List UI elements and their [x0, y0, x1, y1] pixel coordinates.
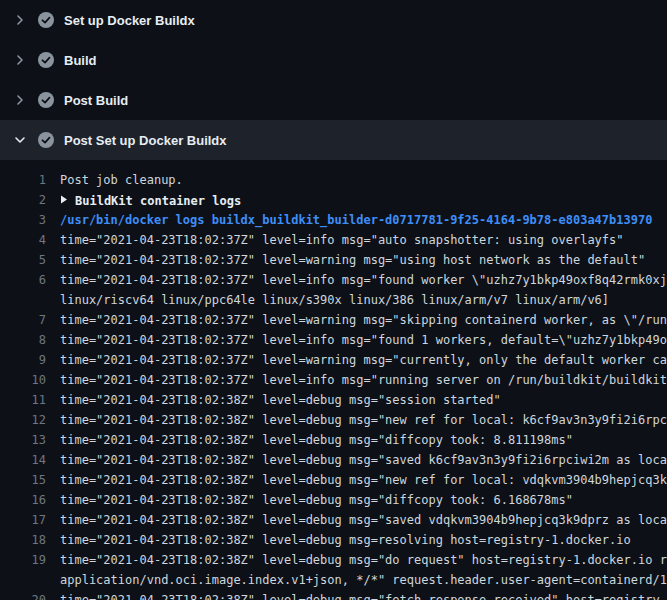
log-line-content: time="2021-04-23T18:02:37Z" level=info m…: [46, 230, 624, 250]
line-number[interactable]: [0, 290, 46, 310]
log-line-content: time="2021-04-23T18:02:38Z" level=debug …: [46, 430, 573, 450]
check-circle-icon: [38, 52, 54, 68]
log-text: time="2021-04-23T18:02:37Z" level=info m…: [60, 373, 667, 387]
log-line-content: time="2021-04-23T18:02:37Z" level=info m…: [46, 270, 667, 290]
check-circle-icon: [38, 92, 54, 108]
line-number[interactable]: 14: [0, 450, 46, 470]
line-number[interactable]: 8: [0, 330, 46, 350]
line-number[interactable]: 15: [0, 470, 46, 490]
step-section-header[interactable]: Post Set up Docker Buildx: [0, 120, 667, 160]
step-section-header[interactable]: Post Build: [0, 80, 667, 120]
line-number[interactable]: [0, 570, 46, 590]
log-text: time="2021-04-23T18:02:37Z" level=info m…: [60, 333, 667, 347]
line-number[interactable]: 13: [0, 430, 46, 450]
log-line: 7 time="2021-04-23T18:02:37Z" level=warn…: [0, 310, 667, 330]
step-sections: Set up Docker Buildx Build Post Build: [0, 0, 667, 160]
log-line[interactable]: 2 BuildKit container logs: [0, 190, 667, 210]
log-line: 17 time="2021-04-23T18:02:38Z" level=deb…: [0, 510, 667, 530]
log-line-content: time="2021-04-23T18:02:38Z" level=debug …: [46, 590, 667, 600]
expand-triangle-icon[interactable]: [60, 190, 68, 210]
chevron-down-icon: [12, 132, 28, 148]
step-section-header[interactable]: Build: [0, 40, 667, 80]
log-text: time="2021-04-23T18:02:38Z" level=debug …: [60, 493, 573, 507]
line-number[interactable]: 7: [0, 310, 46, 330]
log-line-content: application/vnd.oci.image.index.v1+json,…: [46, 570, 667, 590]
log-text: time="2021-04-23T18:02:38Z" level=debug …: [60, 433, 573, 447]
log-text: time="2021-04-23T18:02:38Z" level=debug …: [60, 553, 667, 567]
log-text: /usr/bin/docker logs buildx_buildkit_bui…: [60, 213, 652, 227]
log-text: time="2021-04-23T18:02:38Z" level=debug …: [60, 453, 667, 467]
log-line-content: Post job cleanup.: [46, 170, 183, 190]
line-number[interactable]: 17: [0, 510, 46, 530]
line-number[interactable]: 1: [0, 170, 46, 190]
log-line-content: time="2021-04-23T18:02:37Z" level=warnin…: [46, 250, 645, 270]
line-number[interactable]: 4: [0, 230, 46, 250]
step-section-label: Build: [64, 53, 97, 68]
log-text: application/vnd.oci.image.index.v1+json,…: [60, 573, 667, 587]
step-section-label: Post Build: [64, 93, 128, 108]
log-line: 16 time="2021-04-23T18:02:38Z" level=deb…: [0, 490, 667, 510]
line-number[interactable]: 5: [0, 250, 46, 270]
log-line: 3 /usr/bin/docker logs buildx_buildkit_b…: [0, 210, 667, 230]
line-number[interactable]: 10: [0, 370, 46, 390]
log-line-content: time="2021-04-23T18:02:37Z" level=warnin…: [46, 310, 667, 330]
log-line: 14 time="2021-04-23T18:02:38Z" level=deb…: [0, 450, 667, 470]
line-number[interactable]: 19: [0, 550, 46, 570]
log-line: 11 time="2021-04-23T18:02:38Z" level=deb…: [0, 390, 667, 410]
log-line-content: BuildKit container logs: [46, 190, 241, 210]
line-number[interactable]: 9: [0, 350, 46, 370]
line-number[interactable]: 20: [0, 590, 46, 600]
log-text: Post job cleanup.: [60, 173, 183, 187]
log-text: time="2021-04-23T18:02:37Z" level=warnin…: [60, 313, 667, 327]
log-line-content: time="2021-04-23T18:02:38Z" level=debug …: [46, 410, 667, 430]
log-line: linux/riscv64 linux/ppc64le linux/s390x …: [0, 290, 667, 310]
step-section-header[interactable]: Set up Docker Buildx: [0, 0, 667, 40]
log-text: time="2021-04-23T18:02:37Z" level=info m…: [60, 233, 624, 247]
log-text: linux/riscv64 linux/ppc64le linux/s390x …: [60, 293, 609, 307]
chevron-right-icon: [12, 52, 28, 68]
log-text: time="2021-04-23T18:02:38Z" level=debug …: [60, 413, 667, 427]
log-line-content: time="2021-04-23T18:02:38Z" level=debug …: [46, 490, 573, 510]
log-text: time="2021-04-23T18:02:38Z" level=debug …: [60, 533, 631, 547]
log-text: time="2021-04-23T18:02:38Z" level=debug …: [60, 513, 667, 527]
log-line: 8 time="2021-04-23T18:02:37Z" level=info…: [0, 330, 667, 350]
log-text: time="2021-04-23T18:02:38Z" level=debug …: [60, 473, 667, 487]
log-line: 15 time="2021-04-23T18:02:38Z" level=deb…: [0, 470, 667, 490]
line-number[interactable]: 3: [0, 210, 46, 230]
log-line-content: time="2021-04-23T18:02:38Z" level=debug …: [46, 510, 667, 530]
log-line-content: /usr/bin/docker logs buildx_buildkit_bui…: [46, 210, 652, 230]
log-line: 1 Post job cleanup.: [0, 170, 667, 190]
log-line: 20 time="2021-04-23T18:02:38Z" level=deb…: [0, 590, 667, 600]
log-text: time="2021-04-23T18:02:37Z" level=warnin…: [60, 253, 645, 267]
log-line-content: time="2021-04-23T18:02:37Z" level=info m…: [46, 330, 667, 350]
chevron-right-icon: [12, 92, 28, 108]
line-number[interactable]: 12: [0, 410, 46, 430]
log-line-content: time="2021-04-23T18:02:38Z" level=debug …: [46, 390, 501, 410]
log-line: 13 time="2021-04-23T18:02:38Z" level=deb…: [0, 430, 667, 450]
log-line-content: time="2021-04-23T18:02:38Z" level=debug …: [46, 530, 631, 550]
log-line: 5 time="2021-04-23T18:02:37Z" level=warn…: [0, 250, 667, 270]
line-number[interactable]: 6: [0, 270, 46, 290]
line-number[interactable]: 16: [0, 490, 46, 510]
log-line: 12 time="2021-04-23T18:02:38Z" level=deb…: [0, 410, 667, 430]
line-number[interactable]: 18: [0, 530, 46, 550]
log-line-content: time="2021-04-23T18:02:37Z" level=warnin…: [46, 350, 667, 370]
log-line: 18 time="2021-04-23T18:02:38Z" level=deb…: [0, 530, 667, 550]
log-line: 9 time="2021-04-23T18:02:37Z" level=warn…: [0, 350, 667, 370]
log-lines: 1 Post job cleanup. 2 BuildKit container…: [0, 160, 667, 600]
line-number[interactable]: 11: [0, 390, 46, 410]
log-line-content: linux/riscv64 linux/ppc64le linux/s390x …: [46, 290, 609, 310]
log-line: 10 time="2021-04-23T18:02:37Z" level=inf…: [0, 370, 667, 390]
log-text: time="2021-04-23T18:02:38Z" level=debug …: [60, 593, 667, 600]
log-line: application/vnd.oci.image.index.v1+json,…: [0, 570, 667, 590]
log-line-content: time="2021-04-23T18:02:38Z" level=debug …: [46, 450, 667, 470]
check-circle-icon: [38, 132, 54, 148]
log-line: 6 time="2021-04-23T18:02:37Z" level=info…: [0, 270, 667, 290]
log-line-content: time="2021-04-23T18:02:37Z" level=info m…: [46, 370, 667, 390]
log-text: time="2021-04-23T18:02:37Z" level=warnin…: [60, 353, 667, 367]
check-circle-icon: [38, 12, 54, 28]
log-line: 4 time="2021-04-23T18:02:37Z" level=info…: [0, 230, 667, 250]
chevron-right-icon: [12, 12, 28, 28]
log-line-content: time="2021-04-23T18:02:38Z" level=debug …: [46, 470, 667, 490]
line-number[interactable]: 2: [0, 190, 46, 210]
